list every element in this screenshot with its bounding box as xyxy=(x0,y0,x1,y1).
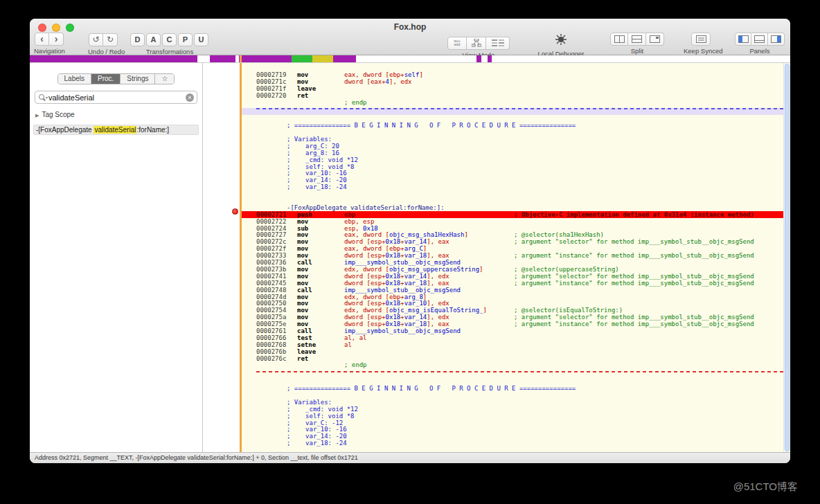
code-line[interactable] xyxy=(242,392,784,399)
code-line[interactable]: 0000276bleave xyxy=(242,348,784,355)
code-line[interactable]: ; var_10: -16 xyxy=(242,426,784,433)
code-line[interactable]: ; self: void *8 xyxy=(242,163,784,170)
code-line[interactable]: 0000271fleave xyxy=(242,85,784,92)
nav-strip-segment[interactable] xyxy=(356,55,476,62)
code-line[interactable]: 00002736callimp___symbol_stub__objc_msgS… xyxy=(242,259,784,266)
nav-strip-segment[interactable] xyxy=(239,55,292,62)
code-line[interactable]: 0000272cmovdword [esp+0x18+var_14], eax;… xyxy=(242,238,784,245)
code-line[interactable]: ; self: void *8 xyxy=(242,413,784,420)
toggle-right-panel-button[interactable] xyxy=(768,33,785,46)
vertical-scrollbar[interactable] xyxy=(783,63,790,452)
nav-strip-segment[interactable] xyxy=(197,55,210,62)
nav-strip-segment[interactable] xyxy=(333,55,356,62)
transform-procedure-button[interactable]: P xyxy=(178,33,193,46)
nav-strip-segment[interactable] xyxy=(30,55,197,62)
code-line[interactable]: 00002750movdword [esp+0x18+var_10], edx xyxy=(242,300,784,307)
keep-synced-button[interactable] xyxy=(691,33,711,46)
procedure-list-item[interactable]: -[FoxAppDelegate validateSerial:forName:… xyxy=(33,125,199,135)
code-line[interactable]: 00002733movdword [esp+0x18+var_18], eax;… xyxy=(242,252,784,259)
split-horizontal-button[interactable] xyxy=(628,33,646,46)
transform-undefine-button[interactable]: U xyxy=(194,33,208,46)
nav-strip-segment[interactable] xyxy=(481,55,488,62)
breakpoint-icon[interactable] xyxy=(232,208,238,215)
close-split-button[interactable] xyxy=(646,33,664,46)
code-line[interactable]: ; endp xyxy=(242,361,784,368)
undo-button[interactable]: ↺ xyxy=(89,33,103,46)
tab-procedures[interactable]: Proc. xyxy=(91,74,120,84)
local-debugger-button[interactable] xyxy=(552,33,570,46)
code-line[interactable]: 0000274dmovedx, dword [ebp+arg_8] xyxy=(242,294,784,300)
navigate-forward-button[interactable]: › xyxy=(49,33,64,46)
code-line[interactable]: 00002768setneal xyxy=(242,341,784,348)
cfg-view-button[interactable] xyxy=(467,37,486,50)
segment-navigation-strip[interactable] xyxy=(30,55,790,63)
code-line[interactable]: 00002722movebp, esp xyxy=(242,218,784,225)
code-line[interactable]: ; var_14: -20 xyxy=(242,177,784,183)
transform-code-button[interactable]: C xyxy=(162,33,177,46)
code-line[interactable]: 00002761callimp___symbol_stub__objc_msgS… xyxy=(242,327,784,334)
code-line[interactable]: ; var_18: -24 xyxy=(242,183,784,190)
code-line[interactable] xyxy=(242,108,784,115)
code-line[interactable]: 00002720ret xyxy=(242,92,784,99)
code-line[interactable]: ; _cmd: void *12 xyxy=(242,406,784,413)
clear-search-button[interactable]: × xyxy=(186,93,194,102)
tab-strings[interactable]: Strings xyxy=(120,74,154,84)
nav-strip-segment[interactable] xyxy=(492,55,790,62)
code-line[interactable]: 0000272fmoveax, dword [ebp+arg_C] xyxy=(242,245,784,252)
transform-data-button[interactable]: D xyxy=(130,33,145,46)
toggle-bottom-panel-button[interactable] xyxy=(751,33,768,46)
code-line[interactable]: 00002754movedx, dword [objc_msg_isEqualT… xyxy=(242,307,784,314)
code-line[interactable]: ; Variables: xyxy=(242,399,784,406)
nav-strip-segment[interactable] xyxy=(210,55,235,62)
code-line[interactable]: 00002727moveax, dword [objc_msg_sha1HexH… xyxy=(242,231,784,238)
hex-view-button[interactable] xyxy=(486,37,510,50)
disassembly-pane[interactable]: 00002719moveax, dword [ebp+self]0000271c… xyxy=(240,63,790,452)
nav-strip-segment[interactable] xyxy=(292,55,312,62)
toggle-left-panel-button[interactable] xyxy=(735,33,751,46)
code-line[interactable]: ; var_10: -16 xyxy=(242,170,784,177)
transform-ascii-button[interactable]: A xyxy=(146,33,161,46)
code-line[interactable]: 00002745movdword [esp+0x18+var_18], eax;… xyxy=(242,280,784,287)
nav-strip-segment[interactable] xyxy=(312,55,333,62)
code-line[interactable]: ; _cmd: void *12 xyxy=(242,156,784,163)
tab-favorites[interactable]: ☆ xyxy=(154,74,174,84)
tab-labels[interactable]: Labels xyxy=(58,74,91,84)
code-line[interactable]: 0000276cret xyxy=(242,355,784,362)
code-line[interactable]: -[FoxAppDelegate validateSerial:forName:… xyxy=(242,204,784,211)
code-line[interactable] xyxy=(242,197,784,204)
code-line[interactable]: 00002741movdword [esp+0x18+var_14], edx;… xyxy=(242,273,784,280)
breakpoint-gutter[interactable] xyxy=(203,63,240,452)
code-line[interactable]: ; =============== B E G I N N I N G O F … xyxy=(242,122,784,129)
code-line[interactable]: ; endp xyxy=(242,99,784,106)
code-line[interactable]: ; arg_8: 16 xyxy=(242,150,784,156)
code-line[interactable]: 00002766testal, al xyxy=(242,334,784,341)
redo-button[interactable]: ↻ xyxy=(103,33,118,46)
code-line[interactable]: 00002748callimp___symbol_stub__objc_msgS… xyxy=(242,287,784,294)
code-line[interactable] xyxy=(242,115,784,122)
code-line[interactable] xyxy=(242,371,784,378)
scrollbar-thumb[interactable] xyxy=(785,64,790,451)
code-line[interactable] xyxy=(242,129,784,136)
code-line[interactable]: ; var_18: -24 xyxy=(242,440,784,447)
search-input[interactable] xyxy=(48,93,186,102)
code-line[interactable]: ; var_14: -20 xyxy=(242,433,784,440)
sidebar-search-field[interactable]: ▾ × xyxy=(35,91,197,104)
code-line[interactable]: 00002724subesp, 0x18 xyxy=(242,225,784,232)
code-line[interactable]: ; Variables: xyxy=(242,136,784,143)
code-line[interactable]: ; var_C: -12 xyxy=(242,420,784,426)
code-line[interactable]: 0000273bmovedx, dword [objc_msg_uppercas… xyxy=(242,266,784,273)
navigate-back-button[interactable]: ‹ xyxy=(35,33,49,46)
code-line[interactable]: 0000275emovdword [esp+0x18+var_18], eax;… xyxy=(242,321,784,327)
code-line[interactable] xyxy=(242,378,784,385)
code-line[interactable]: ; arg_C: 20 xyxy=(242,143,784,150)
tag-scope-disclosure[interactable]: ▶Tag Scope xyxy=(35,111,202,118)
code-line[interactable]: 0000275amovdword [esp+0x18+var_14], edx;… xyxy=(242,314,784,321)
assembly-view-button[interactable]: movadd xyxy=(447,37,467,50)
highlighted-instruction-line[interactable]: 00002721pushebp; Objective-C implementat… xyxy=(242,211,784,218)
split-vertical-button[interactable] xyxy=(610,33,628,46)
code-line[interactable]: 0000271cmovdword [eax+4], edx xyxy=(242,78,784,85)
nav-strip-segment[interactable] xyxy=(476,55,481,62)
code-line[interactable]: 00002719moveax, dword [ebp+self] xyxy=(242,71,784,78)
code-line[interactable]: ; =============== B E G I N N I N G O F … xyxy=(242,385,784,392)
code-line[interactable] xyxy=(242,190,784,197)
